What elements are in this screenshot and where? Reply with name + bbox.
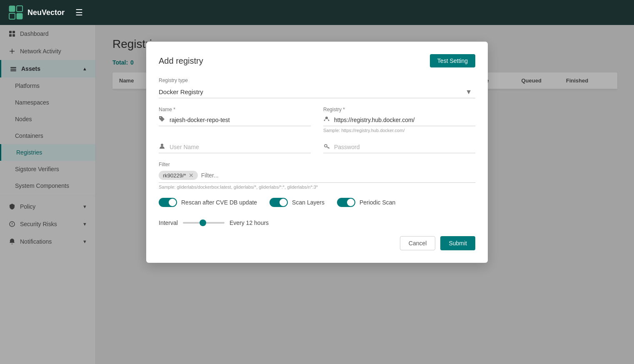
interval-section: Interval Every 12 hours bbox=[159, 219, 269, 226]
svg-rect-3 bbox=[17, 13, 22, 19]
name-input[interactable] bbox=[170, 114, 311, 126]
registry-input[interactable] bbox=[334, 114, 475, 126]
logo: NeuVector bbox=[8, 5, 65, 20]
registry-icon bbox=[323, 116, 330, 124]
top-navigation: NeuVector ☰ bbox=[0, 0, 634, 25]
filter-tag: rk90229/* ✕ bbox=[159, 171, 198, 180]
interval-value: Every 12 hours bbox=[230, 219, 269, 226]
add-registry-modal: Add registry Test Setting Registry type … bbox=[146, 42, 488, 263]
cancel-button[interactable]: Cancel bbox=[400, 236, 436, 250]
password-field-group bbox=[323, 141, 475, 153]
filter-sample-text: Sample: gliderlabs/dockerbox:latest, gli… bbox=[159, 184, 475, 189]
registry-type-group: Registry type Docker Registry ▼ bbox=[159, 77, 475, 98]
registry-sample-text: Sample: https://registry.hub.docker.com/ bbox=[323, 128, 475, 133]
periodic-scan-toggle-item: Periodic Scan bbox=[337, 198, 395, 207]
logo-icon bbox=[8, 5, 23, 20]
registry-field-group: Registry * Sample: https://registry.hub.… bbox=[323, 107, 475, 133]
name-field-group: Name * bbox=[159, 107, 311, 133]
name-label: Name * bbox=[159, 107, 311, 112]
filter-tag-text: rk90229/* bbox=[163, 172, 186, 179]
modal-footer: Cancel Submit bbox=[159, 236, 475, 250]
svg-point-25 bbox=[161, 144, 163, 146]
key-icon bbox=[323, 143, 330, 151]
rescan-toggle-item: Rescan after CVE DB update bbox=[159, 198, 257, 207]
tag-icon bbox=[159, 116, 165, 124]
chevron-down-icon: ▼ bbox=[465, 88, 472, 96]
registry-type-label: Registry type bbox=[159, 77, 475, 83]
svg-line-24 bbox=[327, 119, 329, 120]
name-registry-row: Name * Registry * bbox=[159, 107, 475, 133]
test-setting-button[interactable]: Test Setting bbox=[430, 54, 475, 67]
interval-slider[interactable] bbox=[183, 222, 225, 224]
modal-title: Add registry bbox=[159, 56, 203, 66]
user-icon bbox=[159, 143, 165, 151]
svg-line-23 bbox=[325, 119, 326, 120]
scan-layers-toggle-item: Scan Layers bbox=[270, 198, 324, 207]
username-input-wrapper bbox=[159, 141, 311, 153]
registry-type-select-container: Docker Registry ▼ bbox=[159, 86, 475, 98]
scan-layers-label: Scan Layers bbox=[292, 199, 324, 206]
hamburger-button[interactable]: ☰ bbox=[75, 7, 83, 17]
filter-label: Filter bbox=[159, 162, 475, 167]
user-password-row bbox=[159, 141, 475, 153]
username-input[interactable] bbox=[170, 141, 311, 153]
registry-label: Registry * bbox=[323, 107, 475, 112]
submit-button[interactable]: Submit bbox=[440, 236, 475, 250]
filter-input[interactable] bbox=[201, 172, 475, 179]
registry-type-select[interactable]: Docker Registry bbox=[159, 86, 475, 98]
periodic-scan-toggle[interactable] bbox=[337, 198, 355, 207]
svg-point-26 bbox=[324, 145, 327, 147]
periodic-scan-label: Periodic Scan bbox=[359, 199, 395, 206]
modal-overlay: Add registry Test Setting Registry type … bbox=[96, 25, 634, 364]
scan-layers-toggle[interactable] bbox=[270, 198, 288, 207]
filter-tag-remove-button[interactable]: ✕ bbox=[189, 172, 194, 179]
name-input-wrapper bbox=[159, 114, 311, 126]
main-content: Registries Total: 0 Name Registry Filter… bbox=[96, 25, 634, 364]
rescan-toggle[interactable] bbox=[159, 198, 177, 207]
filter-input-row: rk90229/* ✕ bbox=[159, 171, 475, 183]
svg-rect-0 bbox=[9, 6, 15, 12]
logo-text: NeuVector bbox=[27, 8, 65, 17]
modal-header: Add registry Test Setting bbox=[159, 54, 475, 67]
rescan-label: Rescan after CVE DB update bbox=[181, 199, 257, 206]
username-field-group bbox=[159, 141, 311, 153]
password-input[interactable] bbox=[334, 141, 475, 153]
interval-label: Interval bbox=[159, 219, 178, 226]
svg-rect-1 bbox=[17, 6, 22, 12]
toggle-row: Rescan after CVE DB update Scan Layers P… bbox=[159, 198, 475, 226]
filter-section: Filter rk90229/* ✕ Sample: gliderlabs/do… bbox=[159, 162, 475, 189]
registry-input-wrapper bbox=[323, 114, 475, 126]
password-input-wrapper bbox=[323, 141, 475, 153]
svg-rect-2 bbox=[9, 13, 15, 19]
svg-point-20 bbox=[326, 117, 327, 118]
